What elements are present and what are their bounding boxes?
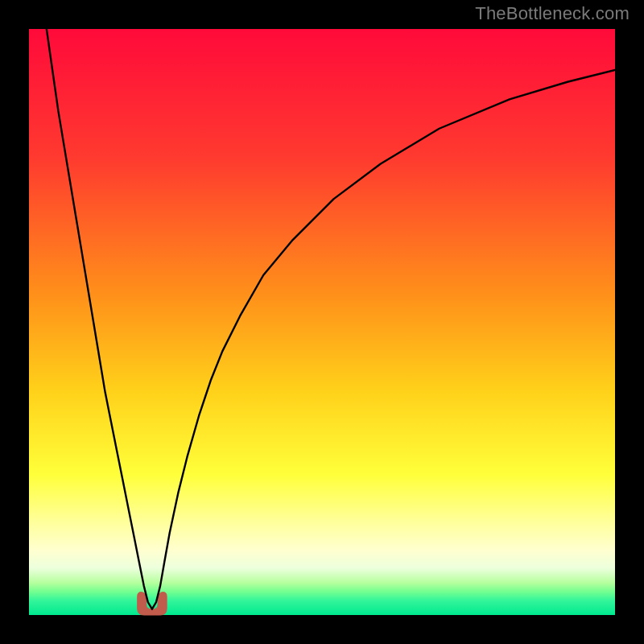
plot-background: [29, 29, 615, 615]
chart-frame: TheBottleneck.com: [0, 0, 644, 644]
watermark-text: TheBottleneck.com: [475, 3, 630, 24]
chart-svg: [0, 0, 644, 644]
